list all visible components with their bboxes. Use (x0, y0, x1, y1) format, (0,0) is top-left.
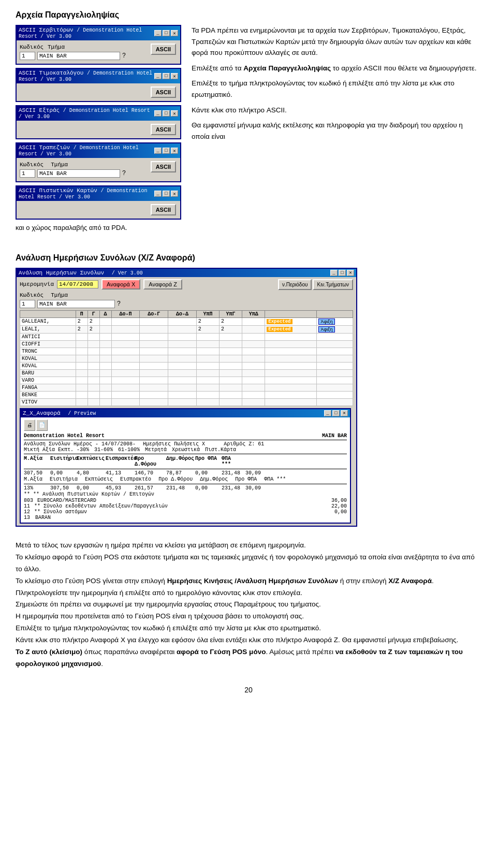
table-row: ANTICI (20, 333, 353, 340)
total2-special: ** Σύνολο αστόμων (34, 509, 87, 515)
table-row: LEALI,2222ExpectedΆφιξη (20, 325, 353, 333)
preview-controls: _ □ ✕ (324, 410, 348, 416)
section1-title: Αρχεία Παραγγελιοληψίας (16, 10, 481, 20)
titlebar-controls-4: _ □ ✕ (154, 148, 178, 154)
analysis-question-mark[interactable]: ? (117, 300, 121, 308)
report-z-btn[interactable]: Αναφορά Ζ (143, 279, 182, 290)
maximize-btn-3[interactable]: □ (163, 110, 170, 117)
analysis-minimize-btn[interactable]: _ (330, 270, 338, 276)
minimize-btn-3[interactable]: _ (154, 110, 162, 117)
afixi-button[interactable]: Άφιξη (318, 326, 335, 332)
titlebar-controls-3: _ □ ✕ (154, 110, 178, 117)
titlebar-trapezia: ASCII Τραπεζιών / Demonstration Hotel Re… (17, 143, 180, 158)
window-timokatalogou-body: ASCII (17, 83, 180, 101)
form-row-trapezia-labels: Κωδικός Τμήμα (20, 162, 150, 168)
afixi-button[interactable]: Άφιξη (318, 319, 335, 325)
d2-c1: 13% (24, 485, 47, 491)
d2-c8: 231,48 (222, 485, 242, 491)
minimize-btn-4[interactable]: _ (154, 148, 162, 154)
printer-icon[interactable]: 🖨 (24, 419, 35, 431)
baran-code: 13 (24, 515, 30, 520)
minimize-btn-5[interactable]: _ (154, 191, 162, 197)
window-extras-body: ASCII (17, 121, 180, 138)
preview-col-headers: Μ.Αξία Εισιτήρια Εκπτώσεις Εισπρακτέο Πρ… (24, 455, 347, 468)
movements-btn[interactable]: Κιν.Τμήματων (313, 279, 353, 290)
table-row: FANGA (20, 384, 353, 391)
analysis-dept-input[interactable]: MAIN BAR (37, 300, 115, 308)
minimize-btn-2[interactable]: _ (154, 73, 162, 79)
d1-c5: 146,70 (135, 470, 163, 476)
table-row: GALLEANI,2222ExpectedΆφιξη (20, 317, 353, 325)
table-row: TRONC (20, 348, 353, 355)
col-action (316, 310, 353, 317)
col-status (265, 310, 316, 317)
preview-maximize-btn[interactable]: □ (332, 410, 340, 416)
data-table-container[interactable]: Π Γ Δ Δο-Π Δο-Γ Δο-Δ ΥπΠ ΥπΓ ΥπΔ (20, 310, 353, 406)
preview-window: Z_X_Αναφορά / Preview _ □ ✕ (20, 408, 351, 524)
titlebar-extras: ASCII Εξτράς / Demonstration Hotel Resor… (17, 106, 180, 121)
titlebar-servitoron-text: ASCII Σερβιτόρων / Demonstration Hotel R… (19, 27, 154, 39)
question-mark[interactable]: ? (122, 52, 126, 60)
titlebar-extras-text: ASCII Εξτράς / Demonstration Hotel Resor… (19, 107, 154, 120)
eisitriria-label: Εισιτήρια (50, 476, 78, 482)
xz-report-bold: Χ/Ζ Αναφορά (388, 577, 432, 585)
preview-metriti: Μετρητά (145, 447, 167, 453)
preview-toolbar: 🖨 📄 (24, 419, 347, 431)
analysis-maximize-btn[interactable]: □ (339, 270, 346, 276)
export-icon[interactable]: 📄 (36, 419, 48, 431)
close-btn-4[interactable]: ✕ (171, 148, 178, 154)
question-mark-trapezia[interactable]: ? (122, 170, 126, 177)
report-x-btn[interactable]: Αναφορά X (101, 279, 140, 290)
code-label-trapezia: Κωδικός (20, 162, 43, 168)
col-pro-forou: Προ Δ.Φόρου (135, 456, 163, 467)
dept-input-servitoron[interactable]: MAIN BAR (37, 52, 120, 60)
preview-z-number: Αριθμός Ζ: 61 (224, 441, 264, 447)
close-btn-2[interactable]: ✕ (171, 73, 178, 79)
bottom-para-3: Πληκτρολογείστε την ημερομηνία ή επιλέξτ… (16, 587, 481, 599)
bottom-left-text: και ο χώρος παραλαβής από τα PDA. (16, 223, 181, 234)
ascii-button-servitoron[interactable]: ASCII (151, 44, 176, 55)
analysis-title-text: Ανάλυση Ημερήσιων Συνόλων / Ver 3.00 (19, 270, 143, 276)
preview-hotel: Demonstration Hotel Resort (24, 433, 105, 439)
table-row: KOVAL (20, 355, 353, 362)
minimize-btn[interactable]: _ (154, 30, 162, 36)
col-name (20, 310, 76, 317)
section1-right-text: Τα PDA πρέπει να ενημερώνονται με τα αρχ… (192, 25, 481, 238)
table-row: BARU (20, 369, 353, 377)
table-header-row: Π Γ Δ Δο-Π Δο-Γ Δο-Δ ΥπΠ ΥπΓ ΥπΔ (20, 310, 353, 317)
preview-range2: 31-60% (94, 447, 113, 453)
analysis-code-input[interactable]: 1 (20, 300, 35, 308)
code-input-trapezia[interactable]: 1 (20, 169, 35, 178)
dept-input-trapezia[interactable]: MAIN BAR (37, 169, 120, 178)
ascii-button-trapezia[interactable]: ASCII (151, 161, 176, 172)
preview-close-btn[interactable]: ✕ (341, 410, 348, 416)
window-trapezia: ASCII Τραπεζιών / Demonstration Hotel Re… (16, 142, 181, 182)
close-btn[interactable]: ✕ (171, 30, 178, 36)
form-row-trapezia-values: 1 MAIN BAR ? (20, 169, 150, 178)
ekptoseis-label: Εκπτώσεις (85, 476, 113, 482)
ascii-button-timokatalogou[interactable]: ASCII (151, 86, 176, 98)
date-input[interactable]: 14/07/2008 (57, 280, 98, 288)
maximize-btn-5[interactable]: □ (163, 191, 170, 197)
z-closure-bold: Το Ζ αυτό (κλείσιμο) (16, 648, 82, 656)
close-btn-3[interactable]: ✕ (171, 110, 178, 117)
preview-title-text: Z_X_Αναφορά / Preview (23, 410, 96, 416)
preview-minimize-btn[interactable]: _ (324, 410, 331, 416)
ascii-button-pistotika[interactable]: ASCII (151, 204, 176, 215)
analysis-code-label: Κωδικός (20, 292, 43, 298)
close-btn-5[interactable]: ✕ (171, 191, 178, 197)
new-period-btn[interactable]: ν.Περιόδου (278, 279, 312, 290)
maximize-btn[interactable]: □ (163, 30, 170, 36)
ascii-button-extras[interactable]: ASCII (151, 124, 176, 135)
analysis-close-btn[interactable]: ✕ (347, 270, 354, 276)
maximize-btn-2[interactable]: □ (163, 73, 170, 79)
section-ascii-files: Αρχεία Παραγγελιοληψίας ASCII Σερβιτόρων… (16, 10, 481, 238)
code-input-servitoron[interactable]: 1 (20, 52, 35, 60)
bottom-para-5: Η ημερομηνία που προτείνεται από το Γεύσ… (16, 611, 481, 623)
preview-mix-info: Μικτή Αξία Εκπτ. -30% 31-60% 61-100% Μετ… (24, 447, 347, 453)
bottom-para-2: Το κλείσιμο στο Γεύση POS γίνεται στην ε… (16, 575, 481, 587)
maximize-btn-4[interactable]: □ (163, 148, 170, 154)
preview-pistotika-title: ** ** Ανάλυση Πιστωτικών Κορτών / Επιτογ… (24, 491, 347, 498)
col-eisitriria: Εισιτήρια (50, 456, 74, 467)
col-dim-foros: Δημ.Φόρος (166, 456, 192, 467)
